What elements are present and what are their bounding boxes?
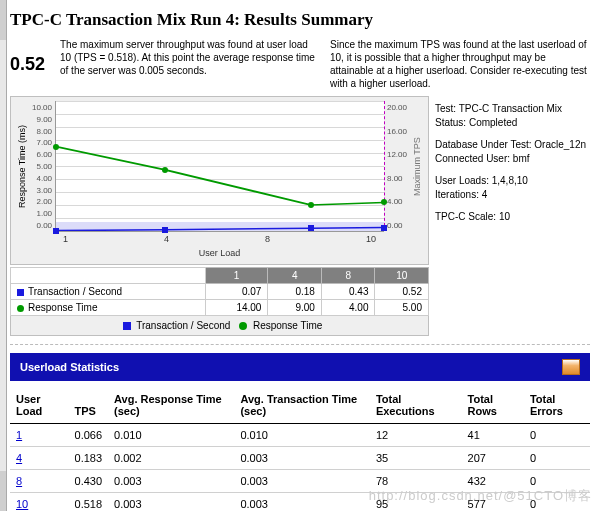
page-title: TPC-C Transaction Mix Run 4: Results Sum… <box>10 10 590 30</box>
info-loads: 1,4,8,10 <box>492 175 528 186</box>
info-loads-label: User Loads: <box>435 175 489 186</box>
legend-label-resp: Response Time <box>253 320 322 331</box>
info-status: Completed <box>469 117 517 128</box>
userload-link[interactable]: 4 <box>16 452 22 464</box>
y2-ticks: 20.0016.0012.008.004.000.00 <box>384 101 410 232</box>
info-db: Oracle_12n <box>534 139 586 150</box>
info-scale: 10 <box>499 211 510 222</box>
chart-legend: Transaction / Second Response Time <box>10 316 429 336</box>
userload-stats-title: Userload Statistics <box>20 361 119 373</box>
chart-plot <box>55 101 384 232</box>
legend-marker-resp <box>239 322 247 330</box>
x-ticks: 14810 <box>51 232 388 246</box>
stats-col-header: Total Errors <box>524 387 590 424</box>
info-iter-label: Iterations: <box>435 189 479 200</box>
scrollbar-left[interactable] <box>0 0 7 511</box>
userload-link[interactable]: 10 <box>16 498 28 510</box>
y1-axis-label: Response Time (ms) <box>15 101 29 232</box>
summary-left: The maximum server throughput was found … <box>60 38 320 90</box>
table-row: 80.4300.0030.003784320 <box>10 470 590 493</box>
stats-col-header: Avg. Response Time (sec) <box>108 387 234 424</box>
userload-link[interactable]: 1 <box>16 429 22 441</box>
userload-link[interactable]: 8 <box>16 475 22 487</box>
report-icon[interactable] <box>562 359 580 375</box>
summary-row: 0.52 The maximum server throughput was f… <box>10 38 590 90</box>
y1-ticks: 10.009.008.007.006.005.004.003.002.001.0… <box>29 101 55 232</box>
info-scale-label: TPC-C Scale: <box>435 211 496 222</box>
baseline-band <box>56 222 384 231</box>
y2-axis-label: Maximum TPS <box>410 101 424 232</box>
summary-right: Since the maximum TPS was found at the l… <box>330 38 590 90</box>
series-data-table: 14810 Transaction / Second0.070.180.430.… <box>10 267 429 316</box>
info-test: TPC-C Transaction Mix <box>459 103 562 114</box>
info-status-label: Status: <box>435 117 466 128</box>
x-axis-label: User Load <box>15 246 424 264</box>
userload-stats-header: Userload Statistics <box>10 353 590 381</box>
stats-col-header: TPS <box>69 387 109 424</box>
info-test-label: Test: <box>435 103 456 114</box>
info-iter: 4 <box>482 189 488 200</box>
legend-marker-tps <box>123 322 131 330</box>
info-user: bmf <box>513 153 530 164</box>
table-row: 100.5180.0030.003955770 <box>10 493 590 512</box>
stats-col-header: User Load <box>10 387 69 424</box>
stats-col-header: Total Executions <box>370 387 462 424</box>
legend-label-tps: Transaction / Second <box>136 320 230 331</box>
chart-panel: Response Time (ms) 10.009.008.007.006.00… <box>10 96 429 336</box>
stats-col-header: Avg. Transaction Time (sec) <box>234 387 369 424</box>
userload-stats-table: User LoadTPSAvg. Response Time (sec)Avg.… <box>10 387 590 511</box>
max-tps-value: 0.52 <box>10 54 50 75</box>
stats-col-header: Total Rows <box>462 387 524 424</box>
table-row: 10.0660.0100.01012410 <box>10 424 590 447</box>
info-user-label: Connected User: <box>435 153 510 164</box>
info-panel: Test: TPC-C Transaction Mix Status: Comp… <box>435 96 590 336</box>
info-db-label: Database Under Test: <box>435 139 532 150</box>
table-row: 40.1830.0020.003352070 <box>10 447 590 470</box>
divider <box>10 344 590 345</box>
